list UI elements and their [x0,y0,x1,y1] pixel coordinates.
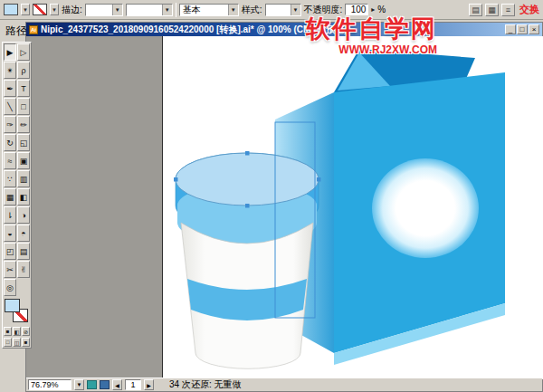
zoom-level[interactable]: 76.79% [28,379,71,390]
artwork-svg [26,36,543,379]
maximize-button[interactable]: □ [517,24,528,34]
canvas-scratch-area[interactable] [26,36,543,379]
live-paint-bucket-tool[interactable]: ◒ [4,225,16,242]
close-button[interactable]: × [529,24,539,34]
panel-icon-c[interactable]: ≡ [501,4,515,16]
screen-mode-buttons: □ ◫ ■ [4,338,30,347]
chevron-down-icon[interactable]: ▼ [162,5,172,15]
brush-dropdown[interactable]: ▼ [126,4,173,16]
opacity-popup-arrow-icon[interactable]: ▸ [371,5,375,14]
document-icon: Ai [29,25,38,34]
gradient-button[interactable]: ◧ [13,327,21,336]
zoom-dropdown-arrow-icon[interactable]: ▼ [74,379,84,390]
lasso-tool[interactable]: ρ [17,62,30,79]
eyedropper-tool[interactable]: ⇂ [4,206,16,224]
appearance-dropdown[interactable]: 基本 ▼ [179,4,239,16]
magic-wand-tool[interactable]: ✴ [4,62,16,79]
stroke-weight-dropdown[interactable]: ▼ [85,4,123,16]
fill-stroke-swatches [4,298,30,325]
swap-link[interactable]: 交换 [519,3,539,16]
tool-grid: ▶ ▷ ✴ ρ ✒ T ╲ □ ✑ ✏ ↻ ◱ ≈ ▣ ∵ ▥ ▦ ◧ ⇂ ◑ … [4,43,30,296]
anchor-point[interactable] [317,177,321,182]
fill-swatch[interactable] [5,299,20,312]
history-status-text: 34 次还原: 无重做 [169,378,241,391]
type-tool[interactable]: T [17,80,30,97]
fill-dropdown-arrow-icon[interactable]: ▼ [21,4,30,15]
scissors-tool[interactable]: ✂ [4,261,16,278]
stroke-dropdown-arrow-icon[interactable]: ▼ [50,4,59,15]
bag-circle[interactable] [372,158,479,258]
zoom-tool[interactable]: ◎ [4,279,16,296]
rotate-tool[interactable]: ↻ [4,134,16,151]
free-transform-tool[interactable]: ▣ [17,152,30,169]
standard-screen-button[interactable]: □ [4,338,12,347]
panel-icon-b[interactable]: ▦ [485,4,499,16]
stroke-color-swatch[interactable] [33,4,47,15]
anchor-point[interactable] [245,151,250,156]
status-icon-1[interactable] [87,380,97,389]
illustrator-app: ▼ ▼ 描边: ▼ ▼ 基本 ▼ 样式: ▼ 不透明度: 100 ▸ % ▤ ▦… [0,0,543,392]
document-window: Ai Nipic_24377523_20180909160524220000 [… [25,22,543,392]
style-dropdown[interactable]: ▼ [265,4,301,16]
mesh-tool[interactable]: ▦ [4,188,16,206]
selection-tool[interactable]: ▶ [4,43,16,61]
slice-tool[interactable]: ▤ [17,243,30,260]
blend-tool[interactable]: ◑ [17,206,30,224]
percent-label: % [377,5,386,14]
minimize-button[interactable]: _ [505,24,516,34]
rectangle-tool[interactable]: □ [17,98,30,115]
chevron-down-icon[interactable]: ▼ [228,5,238,15]
paintbrush-tool[interactable]: ✑ [4,116,16,133]
opacity-label: 不透明度: [304,4,343,16]
symbol-sprayer-tool[interactable]: ∵ [4,170,16,187]
appearance-value: 基本 [183,4,201,16]
chevron-down-icon[interactable]: ▼ [112,5,122,15]
fullscreen-menu-button[interactable]: ◫ [13,338,21,347]
document-title-bar[interactable]: Ai Nipic_24377523_20180909160524220000 [… [26,23,542,36]
hand-tool[interactable]: ✌ [17,261,30,278]
window-buttons: _ □ × [505,24,539,34]
none-button[interactable]: ⊘ [22,327,30,336]
scale-tool[interactable]: ◱ [17,134,30,151]
previous-page-button[interactable]: ◀ [112,379,122,390]
stroke-label: 描边: [62,4,82,16]
object-type-label: 路径 [5,24,27,39]
cup-lid-top[interactable] [176,153,319,206]
fill-color-swatch[interactable] [4,4,18,15]
color-mode-buttons: ■ ◧ ⊘ [4,327,30,336]
fullscreen-button[interactable]: ■ [22,338,30,347]
pencil-tool[interactable]: ✏ [17,116,30,133]
panel-icon-a[interactable]: ▤ [469,4,482,16]
crop-tool[interactable]: ◰ [4,243,16,260]
anchor-point[interactable] [245,204,250,208]
direct-selection-tool[interactable]: ▷ [17,43,30,61]
toolbox: ▶ ▷ ✴ ρ ✒ T ╲ □ ✑ ✏ ↻ ◱ ≈ ▣ ∵ ▥ ▦ ◧ ⇂ ◑ … [2,42,32,349]
document-title: Nipic_24377523_20180909160524220000 [转换]… [41,24,347,36]
color-button[interactable]: ■ [4,327,12,336]
graph-tool[interactable]: ▥ [17,170,30,187]
next-page-button[interactable]: ▶ [144,379,154,390]
warp-tool[interactable]: ≈ [4,152,16,169]
pen-tool[interactable]: ✒ [4,80,16,97]
chevron-down-icon[interactable]: ▼ [291,5,300,15]
style-label: 样式: [242,4,262,16]
status-icon-2[interactable] [100,380,110,389]
separator [176,3,176,17]
line-segment-tool[interactable]: ╲ [4,98,16,115]
gradient-tool[interactable]: ◧ [17,188,30,206]
live-paint-selection-tool[interactable]: ◓ [17,225,30,242]
anchor-point[interactable] [174,177,178,182]
status-bar: 76.79% ▼ ◀ 1 ▶ 34 次还原: 无重做 [26,378,542,391]
opacity-input[interactable]: 100 [345,4,368,15]
page-number-input[interactable]: 1 [125,379,141,390]
control-bar: ▼ ▼ 描边: ▼ ▼ 基本 ▼ 样式: ▼ 不透明度: 100 ▸ % ▤ ▦… [0,0,543,20]
